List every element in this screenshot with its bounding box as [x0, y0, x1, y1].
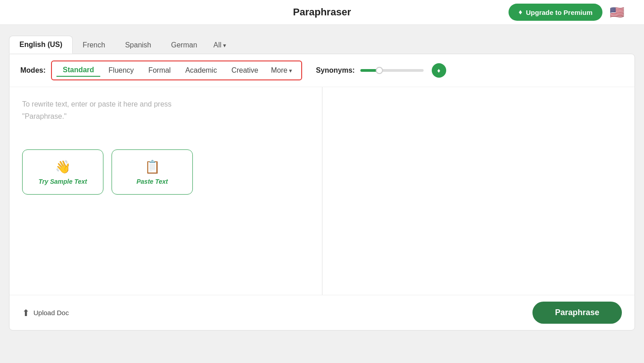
tab-french[interactable]: French — [73, 37, 115, 54]
diamond-icon: ♦ — [518, 8, 522, 16]
chevron-down-icon: ▾ — [223, 42, 226, 49]
mode-fluency[interactable]: Fluency — [102, 65, 140, 76]
header: Paraphraser ♦ Upgrade to Premium 🇺🇸 — [0, 0, 644, 25]
slider-thumb[interactable] — [376, 67, 383, 74]
editor-bottom-bar: ⬆ Upload Doc Paraphrase — [9, 295, 635, 330]
mode-standard[interactable]: Standard — [56, 64, 100, 77]
upload-doc-button[interactable]: ⬆ Upload Doc — [22, 307, 69, 318]
language-tabs: English (US) French Spanish German All ▾ — [9, 36, 635, 54]
header-right: ♦ Upgrade to Premium 🇺🇸 — [509, 3, 626, 21]
modes-bar: Modes: Standard Fluency Formal Academic … — [9, 54, 635, 87]
mode-academic[interactable]: Academic — [179, 65, 223, 76]
content-card: Modes: Standard Fluency Formal Academic … — [9, 54, 635, 330]
editor-area: To rewrite text, enter or paste it here … — [9, 87, 635, 295]
modes-label: Modes: — [20, 66, 46, 74]
synonyms-section: Synonyms: ♦ — [316, 63, 446, 78]
upload-doc-label: Upload Doc — [33, 309, 69, 316]
flag-button[interactable]: 🇺🇸 — [608, 3, 626, 21]
upgrade-button[interactable]: ♦ Upgrade to Premium — [509, 4, 602, 21]
tab-english-us[interactable]: English (US) — [9, 36, 73, 54]
try-sample-card[interactable]: 👋 Try Sample Text — [22, 149, 103, 195]
wave-icon: 👋 — [55, 159, 71, 174]
more-chevron-icon: ▾ — [289, 67, 292, 74]
paste-text-card[interactable]: 📋 Paste Text — [112, 149, 193, 195]
synonyms-label: Synonyms: — [316, 66, 355, 74]
main-content: English (US) French Spanish German All ▾… — [0, 25, 644, 340]
paste-text-label: Paste Text — [136, 178, 168, 185]
page-title: Paraphraser — [293, 6, 351, 18]
try-sample-label: Try Sample Text — [38, 178, 87, 185]
modes-options: Standard Fluency Formal Academic Creativ… — [51, 60, 302, 80]
editor-left-panel: To rewrite text, enter or paste it here … — [9, 87, 322, 295]
flag-icon: 🇺🇸 — [610, 5, 624, 19]
clipboard-icon: 📋 — [145, 159, 160, 174]
upload-icon: ⬆ — [22, 307, 30, 318]
mode-formal[interactable]: Formal — [142, 65, 177, 76]
upgrade-label: Upgrade to Premium — [526, 9, 593, 16]
action-cards: 👋 Try Sample Text 📋 Paste Text — [22, 149, 309, 195]
editor-right-panel — [322, 87, 635, 295]
mode-more[interactable]: More ▾ — [266, 65, 297, 76]
mode-creative[interactable]: Creative — [225, 65, 265, 76]
editor-placeholder: To rewrite text, enter or paste it here … — [22, 98, 309, 122]
tab-spanish[interactable]: Spanish — [115, 37, 161, 54]
tab-all[interactable]: All ▾ — [207, 37, 233, 54]
premium-slider-icon: ♦ — [432, 63, 446, 78]
paraphrase-button[interactable]: Paraphrase — [532, 302, 622, 324]
synonyms-slider[interactable] — [360, 69, 424, 72]
tab-german[interactable]: German — [161, 37, 207, 54]
